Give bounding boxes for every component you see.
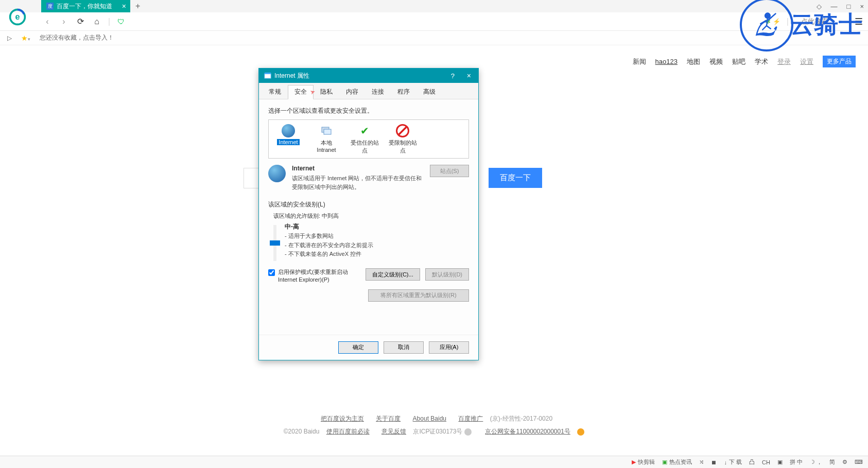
tb-ch[interactable]: CH: [762, 459, 770, 465]
footer-about-en[interactable]: About Baidu: [413, 415, 446, 422]
page-footer: 把百度设为主页 关于百度 About Baidu 百度推广 (京)-经营性-20…: [0, 414, 868, 436]
svg-rect-3: [265, 73, 271, 74]
tb-simp[interactable]: 简: [829, 458, 835, 466]
security-level-section: 该区域的安全级别(L) 该区域的允许级别: 中到高 中-高 - 适用于大多数网站…: [268, 200, 469, 302]
tb-print-icon[interactable]: 凸: [749, 458, 755, 466]
protected-mode-label[interactable]: 启用保护模式(要求重新启动 Internet Explorer)(P): [278, 268, 362, 284]
footer-beian[interactable]: 京公网安备11000002000001号: [485, 428, 570, 435]
nav-hao123[interactable]: hao123: [655, 58, 678, 65]
back-button[interactable]: ‹: [40, 14, 55, 29]
tb-ime-icon[interactable]: ▣: [777, 459, 783, 465]
globe-icon: [268, 165, 286, 182]
footer-mustread[interactable]: 使用百度前必读: [326, 428, 370, 435]
apply-button[interactable]: 应用(A): [429, 341, 469, 354]
footer-feedback[interactable]: 意见反馈: [381, 428, 406, 435]
nav-map[interactable]: 地图: [687, 57, 700, 66]
footer-promo[interactable]: 百度推广: [458, 415, 483, 422]
tab-close-icon[interactable]: ×: [122, 2, 126, 10]
footer-icp: 京ICP证030173号: [413, 428, 464, 435]
ok-button[interactable]: 确定: [338, 341, 378, 354]
nav-xueshu[interactable]: 学术: [755, 57, 768, 66]
nav-login[interactable]: 登录: [777, 57, 791, 66]
tab-security[interactable]: 安全 ➤: [288, 85, 314, 99]
protected-mode-checkbox[interactable]: [268, 269, 275, 276]
tb-gear-icon[interactable]: ⚙: [842, 459, 847, 465]
dialog-close-icon[interactable]: ×: [467, 72, 471, 80]
nav-settings[interactable]: 设置: [800, 57, 813, 66]
close-window-icon[interactable]: ×: [860, 3, 864, 10]
nav-news[interactable]: 新闻: [633, 57, 646, 66]
tab-content[interactable]: 内容: [339, 85, 365, 99]
reload-button[interactable]: ⟳: [73, 14, 88, 29]
footer-license: (京)-经营性-2017-0020: [490, 415, 552, 422]
tab-connections[interactable]: 连接: [365, 85, 391, 99]
dialog-body: 选择一个区域以查看或更改安全设置。 Internet 本地 Intranet ✔…: [259, 99, 478, 309]
nav-more-button[interactable]: 更多产品: [823, 56, 856, 67]
checkmark-icon: ✔: [358, 124, 371, 137]
browser-logo: e: [8, 8, 27, 26]
baidu-search-button[interactable]: 百度一下: [489, 168, 542, 188]
nav-tieba[interactable]: 贴吧: [732, 57, 745, 66]
tb-keyboard-icon[interactable]: ⌨: [855, 459, 863, 465]
taskbar: ▶快剪辑 ▣热点资讯 ⤭ ⏹ ↓ 下 载 凸 CH ▣ 拼 中 ☽ ， 简 ⚙ …: [0, 456, 868, 468]
maximize-window-icon[interactable]: □: [847, 3, 851, 10]
tab-favicon: 度: [46, 3, 54, 10]
tb-moon-icon[interactable]: ☽ ，: [810, 458, 822, 466]
play-icon[interactable]: ▷: [7, 34, 12, 42]
nav-video[interactable]: 视频: [709, 57, 723, 66]
forward-button[interactable]: ›: [57, 14, 71, 29]
zone-internet[interactable]: Internet: [272, 123, 305, 155]
tab-general[interactable]: 常规: [262, 85, 288, 99]
top-nav: 新闻 hao123 地图 视频 贴吧 学术 登录 设置 更多产品: [633, 56, 856, 67]
news-icon: ▣: [662, 459, 667, 465]
tb-quickcut[interactable]: ▶快剪辑: [632, 458, 655, 466]
browser-tab[interactable]: 度 百度一下，你就知道 ×: [41, 0, 130, 12]
tab-programs[interactable]: 程序: [391, 85, 416, 99]
bolt-icon[interactable]: ⚡: [773, 18, 780, 25]
shield-icon[interactable]: 🛡: [117, 18, 125, 26]
zone-name: Internet: [292, 165, 315, 172]
svg-rect-5: [324, 129, 331, 134]
sec-item-3: - 不下载未签名的 ActiveX 控件: [285, 250, 373, 259]
footer-sethome[interactable]: 把百度设为主页: [321, 415, 364, 422]
cancel-button[interactable]: 取消: [384, 341, 424, 354]
tb-ime[interactable]: 拼 中: [790, 458, 803, 466]
slider-thumb[interactable]: [270, 240, 280, 246]
dialog-tabs: 常规 安全 ➤ 隐私 内容 连接 程序 高级: [259, 83, 478, 99]
tb-download[interactable]: ↓ 下 载: [724, 458, 742, 466]
omnibox-search[interactable]: [801, 18, 837, 25]
intranet-icon: [320, 124, 333, 137]
svg-rect-2: [265, 74, 271, 78]
tab-bar: 度 百度一下，你就知道 × + ◇ — □ ×: [0, 0, 868, 12]
zone-restricted[interactable]: 受限制的站点: [386, 123, 419, 155]
star-icon[interactable]: ★▾: [21, 34, 30, 42]
new-tab-button[interactable]: +: [135, 2, 140, 11]
sec-item-2: - 在下载潜在的不安全内容之前提示: [285, 241, 373, 250]
zone-trusted[interactable]: ✔ 受信任的站点: [348, 123, 381, 155]
zone-detail: Internet 该区域适用于 Internet 网站，但不适用于在受信任和受限…: [268, 165, 469, 191]
spark-icon[interactable]: ✱: [765, 18, 771, 25]
sec-level-name: 中-高: [285, 223, 299, 230]
sec-level-allowed: 该区域的允许级别: 中到高: [268, 212, 469, 220]
bookmark-empty-text[interactable]: 您还没有收藏，点击导入！: [40, 33, 114, 42]
restore-window-icon[interactable]: ◇: [817, 3, 822, 10]
footer-about[interactable]: 关于百度: [376, 415, 401, 422]
tab-privacy[interactable]: 隐私: [314, 85, 339, 99]
chevron-down-icon[interactable]: ⌄: [792, 19, 796, 24]
security-slider[interactable]: [273, 225, 276, 261]
reset-zones-button: 将所有区域重置为默认级别(R): [368, 289, 469, 302]
minimize-window-icon[interactable]: —: [831, 3, 838, 10]
tb-shuffle-icon[interactable]: ⤭: [699, 459, 704, 465]
zone-intranet[interactable]: 本地 Intranet: [310, 123, 343, 155]
search-input-fragment[interactable]: [244, 168, 259, 188]
dialog-icon: [264, 72, 271, 79]
dialog-help-icon[interactable]: ?: [451, 72, 455, 80]
tb-hotnews[interactable]: ▣热点资讯: [662, 458, 692, 466]
tab-advanced[interactable]: 高级: [416, 85, 442, 99]
globe-icon: [282, 124, 295, 137]
dialog-titlebar[interactable]: Internet 属性 ? ×: [259, 68, 478, 83]
home-button[interactable]: ⌂: [90, 14, 104, 29]
custom-level-button[interactable]: 自定义级别(C)...: [366, 268, 420, 281]
menu-icon[interactable]: ☰: [855, 16, 863, 27]
tb-translate-icon[interactable]: ⏹: [711, 459, 717, 465]
